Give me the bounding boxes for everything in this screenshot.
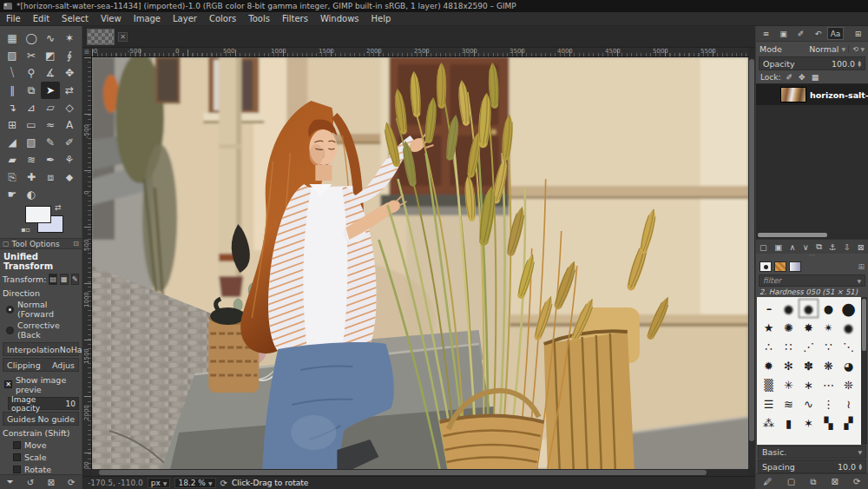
- menu-item[interactable]: Help: [365, 14, 398, 23]
- direction-option[interactable]: Normal (Forward: [3, 299, 79, 320]
- canvas-viewport[interactable]: [92, 57, 748, 469]
- tool-button[interactable]: ◐: [22, 186, 41, 203]
- unit-dropdown[interactable]: px ▼: [148, 478, 171, 488]
- tool-button[interactable]: ▭: [22, 116, 41, 134]
- brush-item[interactable]: ✺: [779, 318, 799, 337]
- brush-item[interactable]: ≋: [779, 394, 799, 413]
- tool-button[interactable]: ↴: [3, 99, 22, 116]
- tool-button[interactable]: ✚: [22, 169, 41, 186]
- brush-item[interactable]: ☰: [759, 394, 779, 413]
- direction-option[interactable]: Corrective (Back: [3, 320, 79, 340]
- brush-filter-field[interactable]: filter ▼: [759, 274, 865, 287]
- show-preview-checkbox-row[interactable]: Show image previe: [3, 373, 79, 395]
- menu-item[interactable]: Filters: [276, 14, 314, 23]
- checkbox-icon[interactable]: [4, 380, 12, 388]
- tool-options-action-button[interactable]: ⏷: [7, 477, 14, 487]
- brush-item[interactable]: ●: [819, 299, 838, 318]
- menu-item[interactable]: Layer: [167, 14, 203, 23]
- dock-tab[interactable]: ✐: [792, 27, 809, 40]
- constrain-checkbox-row[interactable]: Move: [3, 439, 79, 451]
- brush-item[interactable]: ❋: [819, 356, 838, 375]
- tool-options-action-button[interactable]: ⊠: [47, 478, 54, 487]
- layer-opacity-slider[interactable]: Opacity 100.0 ▲▼: [759, 56, 865, 70]
- lock-icon[interactable]: ▦: [812, 73, 819, 82]
- brush-action-button[interactable]: 🖉: [764, 477, 773, 486]
- checkbox-icon[interactable]: [13, 441, 21, 449]
- ruler-corner[interactable]: ⊞: [82, 48, 92, 57]
- canvas-image[interactable]: [92, 57, 748, 469]
- tool-button[interactable]: ⧉: [22, 82, 41, 99]
- dock-menu-icon[interactable]: ⊡: [73, 240, 79, 248]
- menu-item[interactable]: Image: [128, 14, 167, 23]
- brush-action-button[interactable]: ⊠: [832, 477, 838, 486]
- spinner-arrows[interactable]: ▲▼: [858, 60, 861, 67]
- brush-item[interactable]: ✸: [799, 318, 819, 337]
- close-tab-icon[interactable]: ✕: [118, 32, 128, 42]
- brush-item[interactable]: ▒: [759, 375, 779, 394]
- tool-button[interactable]: ⬥: [60, 169, 79, 186]
- transform-selection-button[interactable]: ▦: [60, 274, 69, 285]
- tool-button[interactable]: ⚘: [60, 151, 79, 169]
- layer-action-button[interactable]: ⚓: [829, 242, 837, 252]
- zoom-dropdown[interactable]: 18.2 % ▼: [174, 478, 215, 488]
- brush-item[interactable]: ✳: [779, 375, 799, 394]
- mode-reset-icon[interactable]: ⟲ ▼: [848, 45, 865, 53]
- tool-button[interactable]: ☛: [3, 186, 22, 203]
- tool-button[interactable]: ✒: [41, 151, 60, 169]
- mode-dropdown[interactable]: Normal ▼: [809, 44, 845, 54]
- menu-item[interactable]: Edit: [27, 14, 56, 23]
- tool-options-action-button[interactable]: ↺: [27, 478, 34, 487]
- layer-action-button[interactable]: ⊠: [858, 242, 865, 252]
- tool-button[interactable]: ⇄: [60, 82, 79, 99]
- brush-selector[interactable]: [760, 261, 772, 272]
- brush-item[interactable]: ●: [779, 299, 799, 318]
- brush-item[interactable]: ⋰: [799, 337, 819, 356]
- tool-button[interactable]: ≋: [22, 151, 41, 169]
- lock-icon[interactable]: ✥: [799, 73, 806, 82]
- constrain-checkbox-row[interactable]: Rotate: [3, 463, 79, 474]
- brush-item[interactable]: ●: [838, 299, 858, 318]
- tool-button[interactable]: ⧈: [41, 169, 60, 186]
- brush-item[interactable]: ∴: [759, 337, 779, 356]
- tool-button[interactable]: ➤: [41, 82, 60, 99]
- interpolation-dropdown[interactable]: Interpolation NoHal: [3, 342, 79, 356]
- brush-item[interactable]: ✽: [799, 356, 819, 375]
- image-opacity-slider[interactable]: Image opacity 10: [8, 397, 79, 410]
- brush-item[interactable]: ⁂: [759, 413, 779, 433]
- radio-icon[interactable]: [6, 306, 14, 314]
- transform-layer-button[interactable]: ▤: [49, 274, 57, 285]
- swap-colors-icon[interactable]: ⇄: [55, 203, 62, 212]
- brush-group-dropdown[interactable]: Basic. ▼: [758, 446, 866, 459]
- tool-button[interactable]: ✐: [60, 134, 79, 151]
- brush-item[interactable]: ▚: [819, 413, 838, 433]
- tool-options-action-button[interactable]: ⟳: [68, 478, 75, 487]
- brush-item[interactable]: ∿: [799, 394, 819, 413]
- gradient-selector[interactable]: [789, 261, 801, 272]
- tool-button[interactable]: ∮: [60, 47, 79, 64]
- layer-action-button[interactable]: ⇩: [844, 242, 851, 252]
- checkbox-icon[interactable]: [13, 466, 21, 473]
- checkbox-icon[interactable]: [13, 453, 21, 461]
- tool-button[interactable]: ⊞: [3, 116, 22, 134]
- brush-item[interactable]: ✹: [759, 356, 779, 375]
- tool-button[interactable]: ∿: [41, 30, 60, 47]
- layer-action-button[interactable]: ▢: [760, 242, 767, 252]
- menu-item[interactable]: Select: [56, 14, 95, 23]
- tool-button[interactable]: ✂: [22, 47, 41, 64]
- brush-grid-scrollbar[interactable]: [861, 297, 867, 445]
- transform-path-button[interactable]: ✎: [71, 274, 79, 285]
- brush-item[interactable]: ✻: [779, 356, 799, 375]
- tool-button[interactable]: ▱: [41, 99, 60, 116]
- menu-item[interactable]: Windows: [314, 14, 365, 23]
- tool-button[interactable]: ⊿: [22, 99, 41, 116]
- layer-action-button[interactable]: ▣: [774, 242, 782, 252]
- brush-action-button[interactable]: ▢: [787, 477, 795, 486]
- brush-item[interactable]: ∗: [799, 375, 819, 394]
- menu-item[interactable]: View: [95, 14, 128, 23]
- menu-item[interactable]: Colors: [203, 14, 242, 23]
- brush-item[interactable]: ▞: [838, 413, 858, 433]
- tool-button[interactable]: ◩: [41, 47, 60, 64]
- image-tab-thumbnail[interactable]: [87, 29, 115, 45]
- layer-action-button[interactable]: ∨: [803, 242, 809, 252]
- guides-dropdown[interactable]: Guides No guide: [3, 412, 79, 426]
